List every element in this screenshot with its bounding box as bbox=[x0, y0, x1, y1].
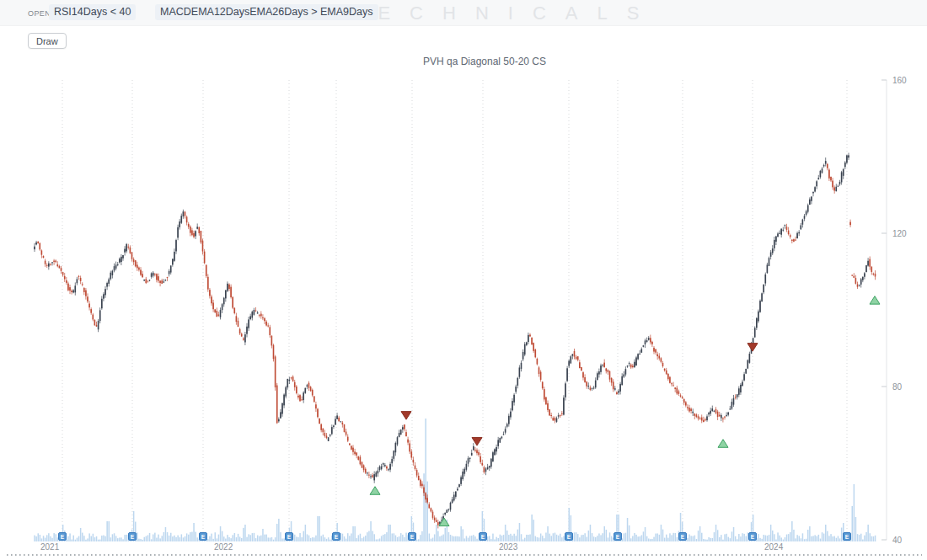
candle-body bbox=[503, 435, 505, 435]
volume-bar bbox=[101, 536, 103, 541]
volume-bar bbox=[576, 532, 577, 541]
volume-bar bbox=[367, 532, 368, 541]
candle-body bbox=[710, 411, 711, 414]
buy-signal-icon bbox=[870, 296, 880, 305]
candle-body bbox=[462, 472, 464, 479]
candle-body bbox=[809, 200, 811, 205]
candle-body bbox=[455, 492, 457, 497]
candle-body bbox=[650, 338, 651, 342]
volume-bar bbox=[606, 530, 608, 541]
volume-bar bbox=[313, 537, 315, 541]
candle-body bbox=[512, 401, 513, 410]
volume-bar bbox=[450, 535, 452, 541]
volume-bar bbox=[374, 534, 376, 541]
volume-bar bbox=[167, 532, 169, 541]
candle-body bbox=[170, 265, 172, 272]
volume-bar bbox=[142, 540, 143, 541]
candle-body bbox=[719, 415, 721, 417]
candle-body bbox=[185, 212, 186, 216]
volume-bar bbox=[662, 530, 664, 541]
candle-body bbox=[646, 340, 648, 342]
candle-body bbox=[278, 419, 280, 422]
volume-bar bbox=[137, 533, 138, 541]
volume-bar bbox=[698, 531, 699, 541]
volume-bar bbox=[75, 540, 77, 541]
candle-body bbox=[857, 285, 859, 287]
candle-body bbox=[859, 285, 860, 285]
volume-bar bbox=[140, 539, 142, 541]
candlestick-chart[interactable]: EEEEEEEEEEEE16012080402021202220232024 bbox=[0, 0, 927, 560]
candle-body bbox=[547, 403, 549, 410]
candle-body bbox=[307, 385, 308, 387]
candle-body bbox=[574, 351, 576, 357]
candle-body bbox=[270, 327, 271, 335]
candle-body bbox=[717, 412, 719, 417]
volume-bar bbox=[860, 534, 862, 541]
candle-body bbox=[317, 409, 319, 418]
candle-body bbox=[346, 432, 347, 435]
volume-bar bbox=[809, 526, 811, 541]
volume-bar bbox=[323, 535, 324, 541]
candle-body bbox=[101, 299, 103, 308]
candle-body bbox=[696, 414, 698, 417]
candle-body bbox=[347, 437, 349, 441]
volume-bar bbox=[547, 526, 549, 541]
volume-bar bbox=[772, 531, 774, 541]
volume-bar bbox=[738, 534, 740, 541]
candle-body bbox=[747, 360, 749, 369]
candle-body bbox=[201, 231, 202, 243]
volume-bar bbox=[181, 534, 183, 541]
volume-bar bbox=[818, 535, 820, 541]
candle-body bbox=[276, 386, 278, 424]
candle-body bbox=[204, 252, 206, 264]
volume-bar bbox=[758, 534, 759, 541]
candle-body bbox=[714, 411, 715, 412]
volume-bar bbox=[657, 533, 659, 541]
volume-bar bbox=[471, 536, 473, 541]
candle-body bbox=[661, 358, 662, 361]
candle-body bbox=[159, 280, 161, 283]
candle-body bbox=[584, 377, 586, 382]
volume-bar bbox=[769, 535, 770, 541]
volume-bar bbox=[310, 538, 312, 541]
candle-body bbox=[494, 449, 496, 455]
candle-body bbox=[482, 463, 484, 466]
volume-bar bbox=[299, 533, 301, 541]
candle-body bbox=[763, 285, 764, 292]
candle-body bbox=[683, 399, 685, 403]
earnings-marker-label: E bbox=[751, 534, 755, 540]
candle-body bbox=[45, 261, 46, 264]
candle-body bbox=[409, 444, 410, 452]
volume-bar bbox=[545, 533, 547, 542]
volume-bar bbox=[365, 536, 367, 541]
candle-body bbox=[143, 280, 145, 280]
candle-body bbox=[287, 379, 289, 387]
volume-bar bbox=[539, 537, 540, 541]
x-axis-year-label: 2021 bbox=[40, 542, 60, 552]
candle-body bbox=[629, 363, 630, 364]
candle-body bbox=[67, 284, 69, 291]
volume-bar bbox=[218, 535, 220, 541]
volume-bar bbox=[496, 537, 497, 541]
candle-body bbox=[632, 365, 634, 367]
volume-bar bbox=[347, 533, 349, 541]
volume-bar bbox=[260, 536, 262, 541]
volume-bar bbox=[508, 535, 510, 541]
candle-body bbox=[542, 382, 544, 389]
candle-body bbox=[78, 276, 80, 277]
candle-body bbox=[53, 261, 55, 262]
volume-bar bbox=[806, 539, 807, 541]
volume-bar bbox=[225, 539, 227, 541]
candle-body bbox=[478, 452, 480, 455]
volume-bar bbox=[765, 536, 767, 541]
candle-body bbox=[163, 281, 165, 282]
candle-body bbox=[537, 359, 539, 364]
candle-body bbox=[195, 231, 196, 236]
volume-bar bbox=[170, 533, 172, 541]
volume-bar bbox=[726, 534, 727, 541]
candle-body bbox=[260, 314, 262, 317]
volume-bar bbox=[154, 533, 156, 541]
volume-bar bbox=[40, 535, 41, 541]
candle-body bbox=[228, 285, 230, 289]
candle-body bbox=[619, 384, 621, 392]
